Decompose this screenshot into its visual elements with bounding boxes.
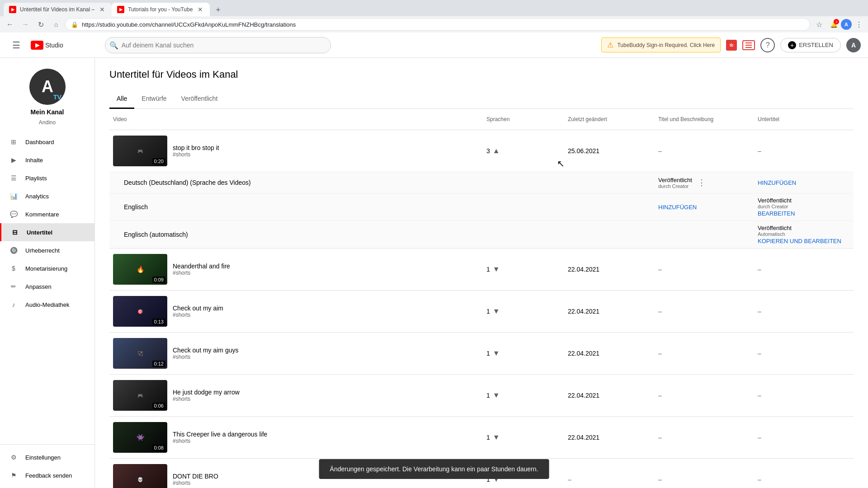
inhalte-icon: ▶ xyxy=(9,155,18,164)
expand-btn-3[interactable]: ▼ xyxy=(492,307,501,315)
video-thumb-5[interactable]: 🎮 0:06 xyxy=(113,380,167,411)
sidebar-item-anpassen[interactable]: ✏ Anpassen xyxy=(0,277,94,296)
video-row-5: 🎮 0:06 He just dodge my arrow #shorts 1 … xyxy=(109,375,854,417)
bookmark-icon[interactable]: ☆ xyxy=(813,18,826,31)
sidebar-item-dashboard[interactable]: ⊞ Dashboard xyxy=(0,133,94,151)
tubebuddy-banner[interactable]: ⚠ TubeBuddy Sign-in Required. Click Here xyxy=(601,38,721,52)
channel-handle: Andino xyxy=(39,119,56,126)
sidebar-item-untertitel[interactable]: ⊟ Untertitel xyxy=(0,223,94,241)
sidebar-item-urheberrecht[interactable]: 🔘 Urheberrecht xyxy=(0,241,94,259)
tab-yt-studio[interactable]: ▶ Untertitel für Videos im Kanal – ✕ xyxy=(4,3,112,16)
search-input[interactable] xyxy=(105,37,331,53)
search-icon: 🔍 xyxy=(109,41,118,49)
hinzufügen-link-deutsch[interactable]: HINZUFÜGEN xyxy=(758,179,796,186)
expand-btn-5[interactable]: ▼ xyxy=(492,391,501,399)
video-tag-2: #shorts xyxy=(173,270,230,276)
cell-untertitel-5: – xyxy=(754,388,854,403)
notification-icon[interactable]: 🔔 3 xyxy=(828,19,839,30)
tab-youtube[interactable]: ▶ Tutorials for you - YouTube ✕ xyxy=(112,3,210,16)
expand-btn-4[interactable]: ▼ xyxy=(492,349,501,357)
playlists-icon: ☰ xyxy=(9,174,18,183)
tubebuddy-menu-button[interactable] xyxy=(742,40,755,50)
sub-row-englisch: Englisch HINZUFÜGEN Veröffentlicht durch… xyxy=(109,193,854,221)
cell-lang-englisch-auto xyxy=(483,231,564,238)
hinzufügen-link-englisch[interactable]: HINZUFÜGEN xyxy=(658,204,697,211)
video-tag-3: #shorts xyxy=(173,312,223,318)
sidebar-label-inhalte: Inhalte xyxy=(25,157,43,164)
video-info-2: 🔥 0:09 Neanderthal and fire #shorts xyxy=(109,249,483,290)
sidebar-item-einstellungen[interactable]: ⚙ Einstellungen xyxy=(0,448,94,466)
sidebar-item-audio[interactable]: ♪ Audio-Mediathek xyxy=(0,296,94,314)
video-row-1: 🎮 0:20 stop it bro stop it #shorts 3 ▲ xyxy=(109,130,854,249)
sidebar-label-untertitel: Untertitel xyxy=(27,229,52,236)
tab-alle[interactable]: Alle xyxy=(109,89,134,109)
back-button[interactable]: ← xyxy=(4,18,16,31)
expand-btn-6[interactable]: ▼ xyxy=(492,433,501,441)
channel-profile: A TV Mein Kanal Andino xyxy=(0,61,94,133)
hamburger-menu-button[interactable]: ☰ xyxy=(7,36,25,54)
lang-englisch-auto: Englisch (automatisch) xyxy=(109,225,483,244)
cell-zuletzt-5: 22.04.2021 xyxy=(564,388,655,403)
sidebar-item-playlists[interactable]: ☰ Playlists xyxy=(0,169,94,187)
home-button[interactable]: ⌂ xyxy=(50,18,62,31)
erstellen-button[interactable]: + ERSTELLEN xyxy=(780,38,841,52)
th-video: Video xyxy=(109,113,483,126)
cell-untertitel-englisch-auto: Veröffentlicht Automatisch KOPIEREN UND … xyxy=(754,221,854,248)
youtube-studio-logo[interactable]: ▶ Studio xyxy=(31,41,63,50)
warning-icon: ⚠ xyxy=(607,41,613,49)
sidebar-item-feedback[interactable]: ⚑ Feedback senden xyxy=(0,466,94,484)
expand-btn-2[interactable]: ▼ xyxy=(492,265,501,273)
cell-titel-4: – xyxy=(655,346,754,361)
tab-title-1: Untertitel für Videos im Kanal – xyxy=(20,6,94,13)
address-bar[interactable]: 🔒 https://studio.youtube.com/channel/UCC… xyxy=(65,18,810,31)
close-tab-1-icon[interactable]: ✕ xyxy=(98,5,106,14)
video-thumb-6[interactable]: 👾 0:08 xyxy=(113,422,167,453)
cell-zuletzt-englisch-auto xyxy=(564,231,655,238)
video-title-6: This Creeper live a dangerous life xyxy=(173,431,267,438)
user-avatar[interactable]: A xyxy=(846,38,861,52)
menu-icon[interactable]: ⋮ xyxy=(854,19,864,30)
help-button[interactable]: ? xyxy=(760,38,775,52)
video-main-5: 🎮 0:06 He just dodge my arrow #shorts 1 … xyxy=(109,375,854,416)
urheberrecht-icon: 🔘 xyxy=(9,246,18,255)
video-thumb-1[interactable]: 🎮 0:20 xyxy=(113,136,167,166)
sidebar-nav: ⊞ Dashboard ▶ Inhalte ☰ Playlists 📊 Anal… xyxy=(0,133,94,314)
channel-name: Mein Kanal xyxy=(31,108,64,116)
tab-veroffentlicht[interactable]: Veröffentlicht xyxy=(174,89,225,109)
sub-row-deutsch: Deutsch (Deutschland) (Sprache des Video… xyxy=(109,172,854,193)
sidebar-item-inhalte[interactable]: ▶ Inhalte xyxy=(0,151,94,169)
page-title: Untertitel für Videos im Kanal xyxy=(109,69,854,80)
more-options-deutsch-button[interactable]: ⋮ xyxy=(696,176,708,189)
video-info-6: 👾 0:08 This Creeper live a dangerous lif… xyxy=(109,417,483,458)
video-thumb-7[interactable]: 💀 xyxy=(113,464,167,488)
video-thumb-3[interactable]: 🎯 0:13 xyxy=(113,296,167,327)
sidebar-item-kommentare[interactable]: 💬 Kommentare xyxy=(0,205,94,223)
close-tab-2-icon[interactable]: ✕ xyxy=(196,5,204,14)
tubebuddy-icon[interactable]: tb xyxy=(726,40,737,51)
video-info-5: 🎮 0:06 He just dodge my arrow #shorts xyxy=(109,375,483,416)
refresh-button[interactable]: ↻ xyxy=(34,18,47,31)
th-titel: Titel und Beschreibung xyxy=(655,113,754,126)
tab-entwerfe[interactable]: Entwürfe xyxy=(134,89,174,109)
kopieren-link[interactable]: KOPIEREN UND BEARBEITEN xyxy=(758,238,850,244)
profile-icon[interactable]: A xyxy=(841,19,852,30)
bearbeiten-link-englisch[interactable]: BEARBEITEN xyxy=(758,210,850,217)
tab-favicon-1: ▶ xyxy=(9,6,16,13)
video-thumb-4[interactable]: 🏹 0:12 xyxy=(113,338,167,369)
forward-button[interactable]: → xyxy=(19,18,32,31)
cell-titel-1: – xyxy=(655,144,754,158)
video-duration-3: 0:13 xyxy=(152,319,165,325)
content-area: Untertitel für Videos im Kanal Alle Entw… xyxy=(95,58,868,488)
browser-toolbar: ← → ↻ ⌂ 🔒 https://studio.youtube.com/cha… xyxy=(0,16,868,33)
new-tab-button[interactable]: + xyxy=(212,4,224,16)
video-main-1: 🎮 0:20 stop it bro stop it #shorts 3 ▲ xyxy=(109,130,854,172)
subtitles-table: Video Sprachen Zuletzt geändert Titel un… xyxy=(109,109,854,488)
cell-lang-deutsch xyxy=(483,179,564,186)
toast-text: Änderungen gespeichert. Die Verarbeitung… xyxy=(330,465,538,473)
video-thumb-2[interactable]: 🔥 0:09 xyxy=(113,254,167,285)
sidebar-item-analytics[interactable]: 📊 Analytics xyxy=(0,187,94,205)
sidebar-item-monetarisierung[interactable]: $ Monetarisierung xyxy=(0,259,94,277)
tab-favicon-2: ▶ xyxy=(117,6,124,13)
lang-englisch: Englisch xyxy=(109,197,483,217)
expand-btn-1[interactable]: ▲ xyxy=(492,147,501,155)
